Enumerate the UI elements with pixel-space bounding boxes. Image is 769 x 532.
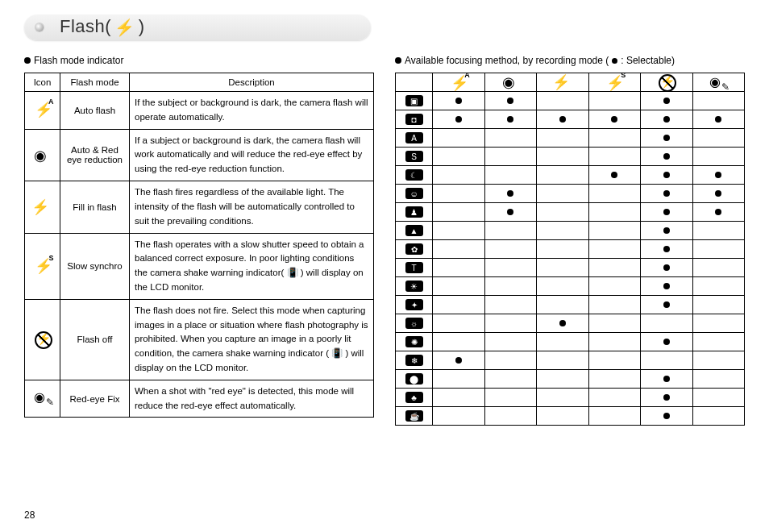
matrix-cell [588,407,641,426]
selectable-dot-icon [455,357,462,364]
selectable-dot-icon [455,116,462,123]
matrix-cell [484,296,537,314]
mode-name-cell: Auto flash [60,92,130,130]
matrix-cell [433,389,485,407]
selectable-dot-icon [559,320,566,326]
matrix-cell [588,203,641,222]
selectable-dot-icon [663,172,670,178]
col-icon: Icon [25,73,60,92]
selectable-dot-icon [559,116,566,123]
matrix-row-header: ♟ [396,203,433,222]
matrix-cell [692,259,745,277]
table-row: Flash offThe flash does not fire. Select… [25,299,374,380]
matrix-cell [692,240,745,259]
selectable-dot-icon [455,98,462,104]
red-eye-icon [34,146,52,164]
mode-icon-cell [25,233,60,299]
matrix-row-header: S [396,148,433,166]
matrix-row: ▲ [396,222,745,240]
right-heading-suffix: : Selectable) [621,55,675,66]
flash-slow-icon [35,257,51,273]
matrix-cell [641,296,693,314]
matrix-cell [588,129,641,148]
matrix-cell [433,314,485,333]
mode-name-cell: Flash off [60,299,130,380]
flash-auto-icon [35,101,51,117]
matrix-cell [588,148,641,166]
mode-a-mode-icon: A [405,132,423,143]
focusing-matrix-table: ▣◘AS☾☺♟▲✿T☀✦☼✺❄⬤♣☕ [395,73,745,426]
flash-fill-icon [552,77,573,89]
left-heading-text: Flash mode indicator [34,55,123,66]
matrix-cell [641,277,693,296]
matrix-cell [692,407,745,426]
mode-children-icon: ♟ [405,206,423,218]
matrix-cell [433,277,485,296]
matrix-row-header: ❄ [396,351,433,370]
mode-desc-cell: The flash operates with a slow shutter s… [130,233,374,299]
matrix-cell [692,110,745,129]
flash-modes-table: Icon Flash mode Description Auto flashIf… [24,73,374,418]
matrix-row: ☀ [396,277,745,296]
matrix-cell [433,370,485,389]
matrix-cell [433,148,485,166]
mode-name-cell: Fill in flash [60,181,130,233]
right-heading: Available focusing method, by recording … [395,55,745,66]
matrix-cell [484,222,537,240]
red-eye-icon [502,77,518,89]
matrix-cell [433,92,485,110]
flash-icon: ⚡ [114,18,135,37]
matrix-cell [433,333,485,351]
selectable-dot-icon [507,116,513,123]
matrix-cell [484,333,537,351]
table-row: Red-eye FixWhen a shot with "red eye" is… [25,380,374,418]
selectable-dot-icon [663,264,670,271]
matrix-cell [692,148,745,166]
matrix-cell [641,351,693,370]
matrix-row-header: ◘ [396,110,433,129]
matrix-cell [484,185,537,203]
selectable-dot-icon [663,190,670,197]
matrix-cell [484,148,537,166]
matrix-cell [692,92,745,110]
selectable-dot-icon [663,339,670,345]
matrix-corner-cell [396,73,433,92]
matrix-row: ♣ [396,389,745,407]
matrix-cell [588,277,641,296]
matrix-cell [588,314,641,333]
mode-icon-cell [25,181,60,233]
matrix-cell [692,314,745,333]
matrix-col-header [588,73,641,92]
matrix-cell [641,110,693,129]
matrix-row: ▣ [396,92,745,110]
mode-name-cell: Slow synchro [60,233,130,299]
matrix-cell [484,370,537,389]
matrix-cell [588,240,641,259]
mode-icon-cell [25,299,60,380]
matrix-col-header [433,73,485,92]
matrix-cell [641,240,693,259]
matrix-row: ✺ [396,333,745,351]
matrix-cell [588,296,641,314]
matrix-cell [641,148,693,166]
matrix-row-header: ▣ [396,92,433,110]
right-heading-prefix: Available focusing method, by recording … [405,55,609,66]
matrix-row-header: T [396,259,433,277]
matrix-cell [692,166,745,185]
matrix-cell [588,259,641,277]
col-desc: Description [130,73,374,92]
col-mode: Flash mode [60,73,130,92]
matrix-cell [641,370,693,389]
mode-landscape-icon: ▲ [405,225,423,236]
selectable-dot-icon [663,153,670,160]
selectable-dot-icon [612,58,617,64]
selectable-dot-icon [663,394,670,401]
matrix-cell [537,351,589,370]
flash-off-icon [34,330,52,348]
matrix-cell [641,92,693,110]
mode-desc-cell: When a shot with "red eye" is detected, … [130,380,374,418]
mode-self-portrait-icon: ⬤ [405,373,423,384]
mode-food-icon: ♣ [405,392,423,403]
matrix-cell [484,277,537,296]
selectable-dot-icon [715,116,721,123]
